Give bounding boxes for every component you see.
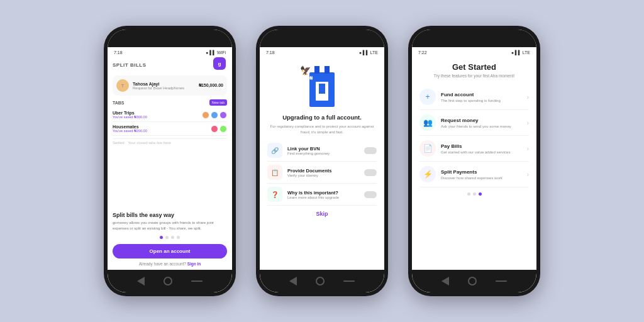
why-sub: Learn more about this upgrade: [287, 196, 359, 199]
svg-rect-1: [314, 66, 319, 74]
back-icon-3[interactable]: [441, 277, 449, 286]
open-account-button[interactable]: Open an account: [113, 244, 227, 258]
notch-2: [303, 30, 341, 35]
notch-1: [151, 30, 189, 35]
notch-bar-1: [108, 30, 232, 47]
recents-icon-3[interactable]: [496, 280, 507, 282]
p1-heading: Split bills the easy way: [113, 212, 227, 218]
tabs-label: TABS: [113, 101, 125, 105]
split-sub: Discover how shared expenses work: [441, 176, 522, 180]
user-info: Tahosa Ajayi Request for Bose Headphones: [133, 82, 195, 90]
split-chevron: ›: [527, 171, 529, 178]
status-bar-1: 7:18 ● ▌▌ WiFi: [108, 47, 232, 57]
docs-toggle[interactable]: [364, 169, 377, 176]
p2-illustration: ₦ 🦅: [297, 60, 347, 110]
bills-sub: Get started with our value added service…: [441, 150, 522, 154]
bills-text: Pay Bills Get started with our value add…: [441, 143, 522, 154]
phone3-main: Get Started Try these features for your …: [412, 57, 536, 270]
upgrade-item-docs[interactable]: 📋 Provide Documents Verify your identity: [267, 162, 377, 184]
user-avatar: T: [116, 79, 129, 92]
notch-3: [455, 30, 493, 35]
fund-title: Fund account: [441, 92, 522, 97]
feature-pay-bills[interactable]: 📄 Pay Bills Get started with our value a…: [419, 136, 529, 162]
request-chevron: ›: [527, 119, 529, 126]
request-title: Request money: [441, 118, 522, 123]
fund-sub: The first step to spending is funding: [441, 99, 522, 103]
tab-item-housemates[interactable]: Housemates You've saved ₦200.00: [113, 122, 227, 136]
why-title: Why is this important?: [287, 190, 359, 196]
phone-bottom-2: [260, 270, 384, 292]
docs-text: Provide Documents Verify your identity: [287, 168, 359, 177]
tabs-section: TABS New tab Uber Trips You've saved ₦30…: [113, 99, 227, 136]
phone-1: 7:18 ● ▌▌ WiFi SPLIT BILLS g T Tahosa Aj…: [104, 26, 236, 296]
upgrade-item-bvn[interactable]: 🔗 Link your BVN Find everything gomoney: [267, 140, 377, 162]
bills-title: Pay Bills: [441, 143, 522, 149]
gomoney-logo-1: g: [213, 57, 226, 70]
why-text: Why is this important? Learn more about …: [287, 190, 359, 199]
user-sub: Request for Bose Headphones: [133, 86, 195, 90]
bvn-sub: Find everything gomoney: [287, 152, 359, 155]
p3-dots: [419, 192, 529, 196]
back-icon-1[interactable]: [137, 277, 145, 286]
dots-1: [113, 236, 227, 239]
new-tab-button[interactable]: New tab: [209, 99, 227, 106]
recents-icon-1[interactable]: [191, 280, 203, 282]
phone1-main: SPLIT BILLS g T Tahosa Ajayi Request for…: [108, 57, 232, 208]
dot-2: [165, 236, 169, 239]
split-bills-title: SPLIT BILLS: [113, 62, 147, 68]
svg-text:🦅: 🦅: [300, 65, 311, 76]
p3-dot-3: [479, 192, 482, 196]
status-bar-2: 7:18 ● ▌▌ LTE: [260, 47, 384, 57]
phone-2: 7:18 ● ▌▌ LTE ₦ 🦅: [256, 26, 388, 296]
notch-bar-2: [260, 30, 384, 47]
fund-chevron: ›: [527, 94, 529, 101]
request-icon: 👥: [419, 114, 436, 131]
phone-bottom-3: [412, 270, 536, 292]
sign-in-link[interactable]: Sign in: [187, 262, 201, 266]
settled-sub: Your closed tabs live here: [128, 141, 171, 145]
why-toggle[interactable]: [364, 191, 377, 198]
home-icon-2[interactable]: [316, 277, 325, 286]
svg-rect-2: [325, 66, 330, 74]
feature-request-money[interactable]: 👥 Request money Ask your friends to send…: [419, 110, 529, 136]
upgrade-item-why[interactable]: ❓ Why is this important? Learn more abou…: [267, 184, 377, 206]
recents-icon-2[interactable]: [343, 280, 355, 282]
docs-icon: 📋: [267, 165, 282, 180]
phone1-bottom: Split bills the easy way gomoney allows …: [108, 208, 232, 270]
bvn-icon: 🔗: [267, 143, 282, 158]
notch-bar-3: [412, 30, 536, 47]
p3-dot-1: [467, 192, 470, 196]
status-bar-3: 7:22 ● ▌▌ LTE: [412, 47, 536, 57]
phone-3: 7:22 ● ▌▌ LTE Get Started Try these feat…: [408, 26, 540, 296]
dot-3: [171, 236, 174, 239]
status-time-1: 7:18: [114, 50, 123, 55]
status-icons-3: ● ▌▌ LTE: [511, 50, 530, 55]
feature-split-payments[interactable]: ⚡ Split Payments Discover how shared exp…: [419, 162, 529, 187]
tab-avatars-housemates: [211, 125, 227, 133]
docs-sub: Verify your identity: [287, 174, 359, 177]
user-card: T Tahosa Ajayi Request for Bose Headphon…: [113, 75, 227, 96]
already-label: Already have an account?: [139, 262, 186, 266]
docs-title: Provide Documents: [287, 168, 359, 174]
p2-desc: For regulatory compliance and to protect…: [267, 124, 377, 135]
feature-fund-account[interactable]: + Fund account The first step to spendin…: [419, 84, 529, 110]
why-icon: ❓: [267, 187, 282, 202]
bvn-title: Link your BVN: [287, 146, 359, 152]
status-time-2: 7:18: [266, 50, 275, 55]
bvn-toggle[interactable]: [364, 147, 377, 154]
skip-button[interactable]: Skip: [316, 211, 328, 217]
home-icon-3[interactable]: [468, 277, 477, 286]
home-icon-1[interactable]: [164, 277, 172, 286]
p1-desc: gomoney allows you create groups with fr…: [113, 220, 227, 231]
tab-item-uber[interactable]: Uber Trips You've saved ₦300.00: [113, 108, 227, 122]
p2-heading: Upgrading to a full account.: [282, 114, 362, 121]
user-name: Tahosa Ajayi: [133, 82, 195, 86]
split-icon: ⚡: [419, 166, 436, 182]
back-icon-2[interactable]: [289, 277, 297, 286]
p3-dot-2: [473, 192, 476, 196]
tab-saved-uber: You've saved ₦300.00: [113, 115, 147, 119]
tab-saved-housemates: You've saved ₦200.00: [113, 129, 147, 133]
split-title: Split Payments: [441, 169, 522, 175]
settled-section: Settled Your closed tabs live here: [113, 138, 227, 145]
split-text: Split Payments Discover how shared expen…: [441, 169, 522, 180]
